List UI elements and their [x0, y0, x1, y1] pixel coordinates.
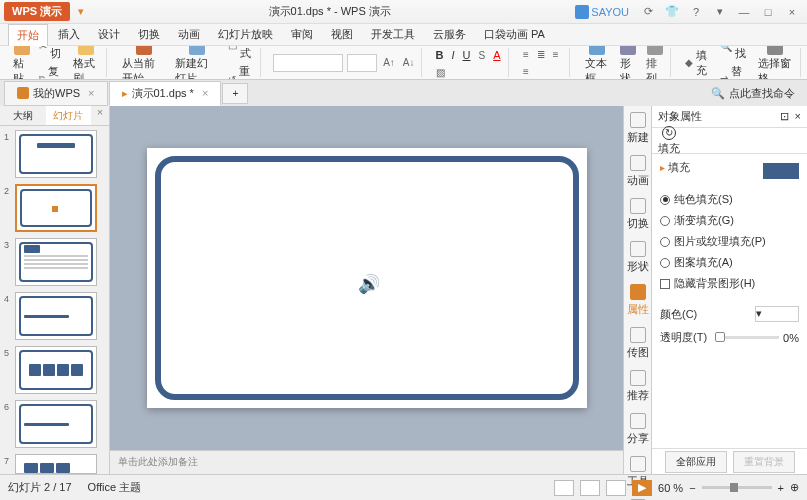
home-tab[interactable]: 我的WPS×	[4, 81, 108, 106]
minimize-button[interactable]: —	[733, 3, 755, 21]
radio-solid-fill[interactable]: 纯色填充(S)	[660, 189, 799, 210]
rail-shapes[interactable]: 形状	[627, 241, 649, 274]
font-combo[interactable]	[273, 54, 343, 72]
menu-design[interactable]: 设计	[90, 24, 128, 45]
menu-review[interactable]: 审阅	[283, 24, 321, 45]
select-pane-button[interactable]: 选择窗格	[755, 46, 796, 80]
italic-icon[interactable]: I	[449, 48, 456, 62]
dropdown-icon[interactable]: ▾	[709, 3, 731, 21]
font-color-icon[interactable]: A	[491, 48, 502, 62]
outline-tab-slides[interactable]: 幻灯片	[46, 106, 92, 125]
fill-button[interactable]: ◆ 填充	[683, 47, 714, 79]
cut-button[interactable]: ✂ 剪切	[37, 46, 66, 62]
menu-slideshow[interactable]: 幻灯片放映	[210, 24, 281, 45]
menu-view[interactable]: 视图	[323, 24, 361, 45]
replace-button[interactable]: ⇄ 替换	[718, 63, 751, 80]
menu-start[interactable]: 开始	[8, 24, 48, 46]
slide-thumb-1[interactable]	[15, 130, 97, 178]
slide-thumb-7[interactable]	[15, 454, 97, 474]
new-tab-button[interactable]: +	[222, 83, 248, 104]
shapes-button[interactable]: 形状	[617, 46, 640, 80]
thumbnail-list[interactable]: 1 2 3 4 5 6 7	[0, 126, 109, 474]
slide-thumb-5[interactable]	[15, 346, 97, 394]
fit-button[interactable]: ⊕	[790, 481, 799, 494]
props-tab-fill[interactable]: 填充	[658, 126, 680, 156]
new-slide-button[interactable]: 新建幻灯片	[172, 46, 222, 80]
slide-canvas[interactable]: 🔊	[147, 148, 587, 408]
search-icon[interactable]: 🔍	[711, 87, 725, 100]
menu-transition[interactable]: 切换	[130, 24, 168, 45]
props-close-icon[interactable]: ×	[795, 110, 801, 123]
audio-icon[interactable]: 🔊	[358, 273, 380, 295]
skin-icon[interactable]: 👕	[661, 3, 683, 21]
slide-thumb-4[interactable]	[15, 292, 97, 340]
from-current-button[interactable]: 从当前开始	[119, 46, 169, 80]
increase-font-icon[interactable]: A↑	[381, 56, 397, 69]
close-icon[interactable]: ×	[88, 87, 94, 99]
rail-transition[interactable]: 切换	[627, 198, 649, 231]
zoom-in-button[interactable]: +	[778, 482, 784, 494]
format-painter-button[interactable]: 格式刷	[70, 46, 102, 80]
radio-gradient-fill[interactable]: 渐变填充(G)	[660, 210, 799, 231]
slide-thumb-3[interactable]	[15, 238, 97, 286]
menu-animation[interactable]: 动画	[170, 24, 208, 45]
layout-button[interactable]: ▭ 版式	[226, 46, 256, 62]
menu-insert[interactable]: 插入	[50, 24, 88, 45]
align-left-icon[interactable]: ≡	[551, 48, 561, 61]
bold-icon[interactable]: B	[434, 48, 446, 62]
zoom-slider[interactable]	[702, 486, 772, 489]
slide-thumb-2[interactable]	[15, 184, 97, 232]
zoom-out-button[interactable]: −	[689, 482, 695, 494]
maximize-button[interactable]: □	[757, 3, 779, 21]
menu-cloud[interactable]: 云服务	[425, 24, 474, 45]
notes-pane[interactable]: 单击此处添加备注	[110, 450, 623, 474]
radio-picture-fill[interactable]: 图片或纹理填充(P)	[660, 231, 799, 252]
search-placeholder[interactable]: 点此查找命令	[729, 86, 795, 101]
paste-button[interactable]: 粘贴	[10, 46, 33, 80]
reset-button[interactable]: ↺ 重置	[226, 63, 256, 80]
radio-pattern-fill[interactable]: 图案填充(A)	[660, 252, 799, 273]
menu-pocket-anim[interactable]: 口袋动画 PA	[476, 24, 553, 45]
arrange-button[interactable]: 排列	[643, 46, 666, 80]
outline-tab-text[interactable]: 大纲	[0, 106, 46, 125]
sync-icon[interactable]: ⟳	[637, 3, 659, 21]
copy-button[interactable]: ⎘ 复制	[37, 63, 66, 80]
highlight-icon[interactable]: ▨	[434, 66, 447, 79]
outline-close-icon[interactable]: ×	[91, 106, 109, 125]
underline-icon[interactable]: U	[461, 48, 473, 62]
checkbox-hide-bg[interactable]: 隐藏背景图形(H)	[660, 273, 799, 294]
file-tab[interactable]: ▸演示01.dps *×	[109, 81, 222, 106]
rail-upload[interactable]: 传图	[627, 327, 649, 360]
rail-animation[interactable]: 动画	[627, 155, 649, 188]
align-center-icon[interactable]: ≡	[521, 65, 531, 78]
user-avatar[interactable]	[575, 5, 589, 19]
opacity-slider[interactable]	[715, 336, 779, 339]
fill-color-swatch[interactable]	[763, 163, 799, 179]
slide-thumb-6[interactable]	[15, 400, 97, 448]
rail-properties[interactable]: 属性	[627, 284, 649, 317]
find-button[interactable]: 🔍 查找	[718, 46, 751, 62]
menu-developer[interactable]: 开发工具	[363, 24, 423, 45]
reset-bg-button[interactable]: 重置背景	[733, 451, 795, 473]
font-size-combo[interactable]	[347, 54, 377, 72]
decrease-font-icon[interactable]: A↓	[401, 56, 417, 69]
apply-all-button[interactable]: 全部应用	[665, 451, 727, 473]
rail-recommend[interactable]: 推荐	[627, 370, 649, 403]
view-normal-button[interactable]	[554, 480, 574, 496]
textbox-button[interactable]: 文本框	[582, 46, 613, 80]
slideshow-button[interactable]: ▶	[632, 480, 652, 496]
props-menu-icon[interactable]: ⊡	[780, 110, 789, 123]
close-icon[interactable]: ×	[202, 87, 208, 99]
help-icon[interactable]: ?	[685, 3, 707, 21]
bullets-icon[interactable]: ≡	[521, 48, 531, 61]
user-name[interactable]: SAYOU	[591, 6, 629, 18]
strike-icon[interactable]: S	[477, 49, 488, 62]
close-button[interactable]: ×	[781, 3, 803, 21]
view-reading-button[interactable]	[606, 480, 626, 496]
opacity-value: 0%	[783, 332, 799, 344]
color-picker-button[interactable]: ▾	[755, 306, 799, 322]
view-sorter-button[interactable]	[580, 480, 600, 496]
rail-share[interactable]: 分享	[627, 413, 649, 446]
rail-new[interactable]: 新建	[627, 112, 649, 145]
numbering-icon[interactable]: ≣	[535, 48, 547, 61]
